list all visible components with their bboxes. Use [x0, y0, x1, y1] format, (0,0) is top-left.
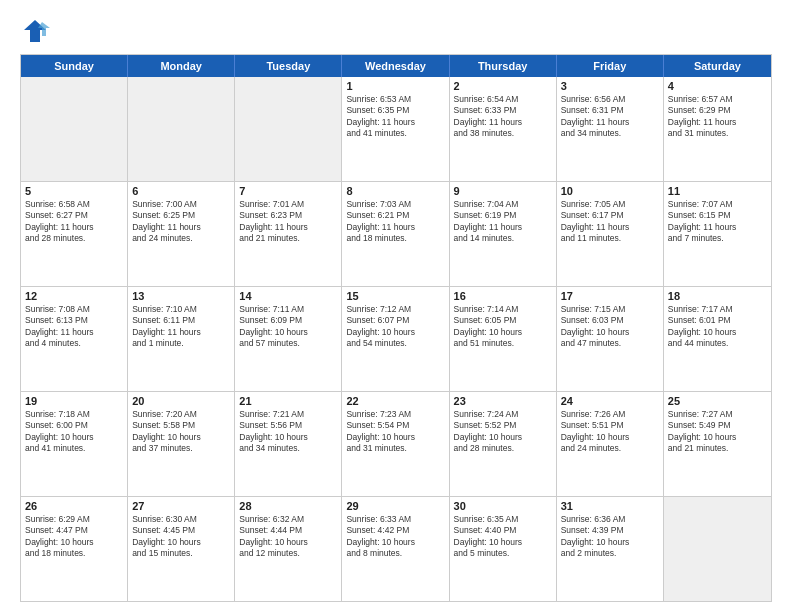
day-number: 4 — [668, 80, 767, 92]
day-number: 2 — [454, 80, 552, 92]
cal-cell: 15Sunrise: 7:12 AM Sunset: 6:07 PM Dayli… — [342, 287, 449, 391]
week-row-4: 19Sunrise: 7:18 AM Sunset: 6:00 PM Dayli… — [21, 391, 771, 496]
day-number: 5 — [25, 185, 123, 197]
header-day-wednesday: Wednesday — [342, 55, 449, 77]
cell-info: Sunrise: 7:23 AM Sunset: 5:54 PM Dayligh… — [346, 409, 444, 455]
cal-cell: 13Sunrise: 7:10 AM Sunset: 6:11 PM Dayli… — [128, 287, 235, 391]
cell-info: Sunrise: 6:57 AM Sunset: 6:29 PM Dayligh… — [668, 94, 767, 140]
cell-info: Sunrise: 7:08 AM Sunset: 6:13 PM Dayligh… — [25, 304, 123, 350]
cell-info: Sunrise: 6:58 AM Sunset: 6:27 PM Dayligh… — [25, 199, 123, 245]
cell-info: Sunrise: 7:07 AM Sunset: 6:15 PM Dayligh… — [668, 199, 767, 245]
cal-cell: 4Sunrise: 6:57 AM Sunset: 6:29 PM Daylig… — [664, 77, 771, 181]
cell-info: Sunrise: 6:35 AM Sunset: 4:40 PM Dayligh… — [454, 514, 552, 560]
day-number: 21 — [239, 395, 337, 407]
day-number: 10 — [561, 185, 659, 197]
day-number: 11 — [668, 185, 767, 197]
day-number: 23 — [454, 395, 552, 407]
header-day-monday: Monday — [128, 55, 235, 77]
cal-cell: 11Sunrise: 7:07 AM Sunset: 6:15 PM Dayli… — [664, 182, 771, 286]
cal-cell: 18Sunrise: 7:17 AM Sunset: 6:01 PM Dayli… — [664, 287, 771, 391]
cal-cell: 1Sunrise: 6:53 AM Sunset: 6:35 PM Daylig… — [342, 77, 449, 181]
day-number: 16 — [454, 290, 552, 302]
calendar-header: SundayMondayTuesdayWednesdayThursdayFrid… — [21, 55, 771, 77]
day-number: 6 — [132, 185, 230, 197]
cal-cell: 28Sunrise: 6:32 AM Sunset: 4:44 PM Dayli… — [235, 497, 342, 601]
day-number: 22 — [346, 395, 444, 407]
header-day-sunday: Sunday — [21, 55, 128, 77]
cal-cell: 8Sunrise: 7:03 AM Sunset: 6:21 PM Daylig… — [342, 182, 449, 286]
day-number: 3 — [561, 80, 659, 92]
day-number: 29 — [346, 500, 444, 512]
cal-cell: 22Sunrise: 7:23 AM Sunset: 5:54 PM Dayli… — [342, 392, 449, 496]
cal-cell: 27Sunrise: 6:30 AM Sunset: 4:45 PM Dayli… — [128, 497, 235, 601]
day-number: 12 — [25, 290, 123, 302]
cell-info: Sunrise: 6:54 AM Sunset: 6:33 PM Dayligh… — [454, 94, 552, 140]
week-row-1: 1Sunrise: 6:53 AM Sunset: 6:35 PM Daylig… — [21, 77, 771, 181]
cell-info: Sunrise: 7:27 AM Sunset: 5:49 PM Dayligh… — [668, 409, 767, 455]
cal-cell: 20Sunrise: 7:20 AM Sunset: 5:58 PM Dayli… — [128, 392, 235, 496]
cal-cell: 7Sunrise: 7:01 AM Sunset: 6:23 PM Daylig… — [235, 182, 342, 286]
cal-cell: 26Sunrise: 6:29 AM Sunset: 4:47 PM Dayli… — [21, 497, 128, 601]
cell-info: Sunrise: 7:26 AM Sunset: 5:51 PM Dayligh… — [561, 409, 659, 455]
cal-cell — [128, 77, 235, 181]
cell-info: Sunrise: 7:11 AM Sunset: 6:09 PM Dayligh… — [239, 304, 337, 350]
cell-info: Sunrise: 7:01 AM Sunset: 6:23 PM Dayligh… — [239, 199, 337, 245]
cell-info: Sunrise: 6:36 AM Sunset: 4:39 PM Dayligh… — [561, 514, 659, 560]
day-number: 31 — [561, 500, 659, 512]
cell-info: Sunrise: 7:24 AM Sunset: 5:52 PM Dayligh… — [454, 409, 552, 455]
calendar: SundayMondayTuesdayWednesdayThursdayFrid… — [20, 54, 772, 602]
day-number: 8 — [346, 185, 444, 197]
day-number: 30 — [454, 500, 552, 512]
day-number: 26 — [25, 500, 123, 512]
header-day-friday: Friday — [557, 55, 664, 77]
day-number: 1 — [346, 80, 444, 92]
cal-cell: 25Sunrise: 7:27 AM Sunset: 5:49 PM Dayli… — [664, 392, 771, 496]
logo-icon — [20, 16, 50, 46]
day-number: 25 — [668, 395, 767, 407]
page: SundayMondayTuesdayWednesdayThursdayFrid… — [0, 0, 792, 612]
cal-cell: 19Sunrise: 7:18 AM Sunset: 6:00 PM Dayli… — [21, 392, 128, 496]
cell-info: Sunrise: 6:32 AM Sunset: 4:44 PM Dayligh… — [239, 514, 337, 560]
cal-cell — [235, 77, 342, 181]
cal-cell: 17Sunrise: 7:15 AM Sunset: 6:03 PM Dayli… — [557, 287, 664, 391]
cal-cell: 16Sunrise: 7:14 AM Sunset: 6:05 PM Dayli… — [450, 287, 557, 391]
cell-info: Sunrise: 7:10 AM Sunset: 6:11 PM Dayligh… — [132, 304, 230, 350]
cell-info: Sunrise: 7:20 AM Sunset: 5:58 PM Dayligh… — [132, 409, 230, 455]
logo — [20, 16, 54, 46]
day-number: 27 — [132, 500, 230, 512]
week-row-2: 5Sunrise: 6:58 AM Sunset: 6:27 PM Daylig… — [21, 181, 771, 286]
cell-info: Sunrise: 7:14 AM Sunset: 6:05 PM Dayligh… — [454, 304, 552, 350]
header-day-saturday: Saturday — [664, 55, 771, 77]
cal-cell — [664, 497, 771, 601]
cell-info: Sunrise: 6:33 AM Sunset: 4:42 PM Dayligh… — [346, 514, 444, 560]
cal-cell: 5Sunrise: 6:58 AM Sunset: 6:27 PM Daylig… — [21, 182, 128, 286]
day-number: 9 — [454, 185, 552, 197]
day-number: 14 — [239, 290, 337, 302]
cal-cell: 24Sunrise: 7:26 AM Sunset: 5:51 PM Dayli… — [557, 392, 664, 496]
cell-info: Sunrise: 7:04 AM Sunset: 6:19 PM Dayligh… — [454, 199, 552, 245]
day-number: 19 — [25, 395, 123, 407]
week-row-3: 12Sunrise: 7:08 AM Sunset: 6:13 PM Dayli… — [21, 286, 771, 391]
day-number: 20 — [132, 395, 230, 407]
cell-info: Sunrise: 7:00 AM Sunset: 6:25 PM Dayligh… — [132, 199, 230, 245]
cal-cell — [21, 77, 128, 181]
cal-cell: 31Sunrise: 6:36 AM Sunset: 4:39 PM Dayli… — [557, 497, 664, 601]
cell-info: Sunrise: 6:30 AM Sunset: 4:45 PM Dayligh… — [132, 514, 230, 560]
calendar-body: 1Sunrise: 6:53 AM Sunset: 6:35 PM Daylig… — [21, 77, 771, 601]
week-row-5: 26Sunrise: 6:29 AM Sunset: 4:47 PM Dayli… — [21, 496, 771, 601]
header-day-tuesday: Tuesday — [235, 55, 342, 77]
cell-info: Sunrise: 7:03 AM Sunset: 6:21 PM Dayligh… — [346, 199, 444, 245]
cell-info: Sunrise: 6:53 AM Sunset: 6:35 PM Dayligh… — [346, 94, 444, 140]
cal-cell: 23Sunrise: 7:24 AM Sunset: 5:52 PM Dayli… — [450, 392, 557, 496]
day-number: 24 — [561, 395, 659, 407]
day-number: 7 — [239, 185, 337, 197]
cal-cell: 3Sunrise: 6:56 AM Sunset: 6:31 PM Daylig… — [557, 77, 664, 181]
cal-cell: 29Sunrise: 6:33 AM Sunset: 4:42 PM Dayli… — [342, 497, 449, 601]
day-number: 28 — [239, 500, 337, 512]
cal-cell: 6Sunrise: 7:00 AM Sunset: 6:25 PM Daylig… — [128, 182, 235, 286]
day-number: 18 — [668, 290, 767, 302]
cell-info: Sunrise: 7:12 AM Sunset: 6:07 PM Dayligh… — [346, 304, 444, 350]
cal-cell: 21Sunrise: 7:21 AM Sunset: 5:56 PM Dayli… — [235, 392, 342, 496]
cal-cell: 2Sunrise: 6:54 AM Sunset: 6:33 PM Daylig… — [450, 77, 557, 181]
day-number: 13 — [132, 290, 230, 302]
